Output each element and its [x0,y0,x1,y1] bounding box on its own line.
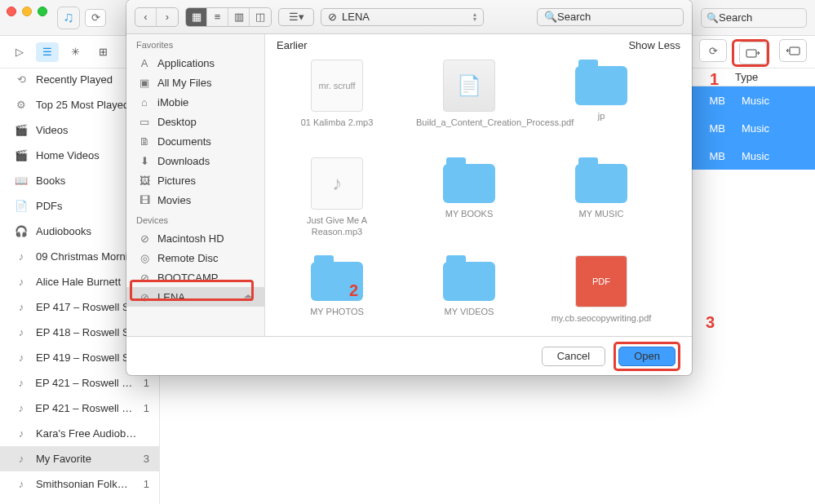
sidebar-item-label: Alice Hale Burnett [36,276,121,288]
sidebar-item-label: Downloads [157,155,210,167]
list-icon: 📖 [15,175,28,187]
file-name: Build_a_Content_Creation_Process.pdf [416,117,522,128]
export-button[interactable] [779,39,807,62]
minimize-window-button[interactable] [22,7,32,16]
list-view-button[interactable]: ☰ [36,42,59,62]
search-placeholder: Search [719,11,752,24]
view-segment: ▷ ☰ ✳ ⊞ [8,42,114,62]
updown-chevron-icon: ▴▾ [473,12,476,22]
sidebar-item-label: All My Files [157,77,211,89]
grid-view-button[interactable]: ⊞ [91,42,114,62]
sidebar-item-label: Smithsonian Folkw… [36,478,135,490]
sidebar-item-count: 1 [144,377,149,389]
drive-icon: ⊘ [138,232,151,245]
applications-icon: A [138,57,151,69]
file-item[interactable]: MY BOOKS [412,157,526,255]
file-name: Just Give Me A Reason.mp3 [284,214,390,237]
drive-icon: ⊘ [138,272,151,284]
file-item[interactable]: PDFmy.cb.seocopywriting.pdf [544,255,658,336]
view-mode-segment: ▦ ≡ ▥ ◫ [185,7,272,27]
sidebar-item-label: Movies [157,194,191,206]
folder-icon [443,164,495,203]
cancel-button[interactable]: Cancel [542,347,605,366]
location-popup[interactable]: ⊘ LENA ▴▾ [321,8,484,26]
file-item[interactable]: MY MUSIC [544,157,658,255]
file-item[interactable]: MY PHOTOS [280,255,394,336]
file-name: my.cb.seocopywriting.pdf [551,312,652,324]
nav-back-forward: ‹ › [135,7,179,27]
sidebar-item[interactable]: ▭Desktop [126,112,264,131]
show-less-link[interactable]: Show Less [628,39,680,51]
open-button[interactable]: Open [618,347,675,366]
documents-icon: 🗎 [138,135,151,148]
sidebar-item[interactable]: ⌂iMobie [126,92,264,112]
sidebar-item-count: 1 [144,402,149,414]
type-column-header[interactable]: Type [735,71,815,83]
group-header: Earlier Show Less [265,34,692,56]
sidebar-item[interactable]: ♪Kara's Free Audiob… [0,421,159,446]
coverflow-view-button[interactable]: ◫ [250,8,271,26]
pdf-icon: 📄 [443,60,495,112]
svg-rect-1 [790,47,799,55]
sidebar-item-label: LENA [157,291,185,303]
eject-icon[interactable]: ⏏ [243,291,253,303]
sync-button[interactable]: ⟳ [699,39,727,62]
sidebar-item-label: Pictures [157,175,196,187]
nav-forward-button[interactable]: › [157,8,178,26]
list-icon: ⚙ [15,99,28,111]
dialog-body: FavoritesAApplications▣All My Files⌂iMob… [126,34,692,336]
sidebar-item-label: Books [36,175,65,187]
list-icon: ♪ [15,250,28,263]
file-item[interactable]: jp [544,60,658,157]
file-item[interactable]: 📄Build_a_Content_Creation_Process.pdf [412,60,526,157]
sidebar-item-label: Kara's Free Audiob… [36,427,136,440]
sidebar-item-macintosh hd[interactable]: ⊘Macintosh HD [126,228,264,248]
pdf-icon: PDF [575,255,627,307]
zoom-window-button[interactable] [38,7,47,16]
sidebar-item[interactable]: ⬇Downloads [126,151,264,170]
arrange-button[interactable]: ☰▾ [278,8,314,26]
svg-rect-0 [746,50,756,57]
sidebar-item[interactable]: 🎞Movies [126,190,264,210]
sidebar-item-label: BOOTCAMP [157,272,218,284]
star-view-button[interactable]: ✳ [64,42,86,62]
sidebar-item[interactable]: ♪Smithsonian Folkw…1 [0,471,159,497]
drive-icon: ⊘ [138,291,151,303]
file-item[interactable]: MY VIDEOS [412,255,526,336]
open-file-dialog: ‹ › ▦ ≡ ▥ ◫ ☰▾ ⊘ LENA ▴▾ 🔍 Search Favori… [126,0,692,375]
sidebar-item[interactable]: AApplications [126,53,264,73]
sidebar-item[interactable]: 🗎Documents [126,131,264,151]
sidebar-item[interactable]: 🖼Pictures [126,170,264,190]
sidebar-item[interactable]: ♪My Favorite3 [0,446,159,471]
sidebar-item-label: 09 Christmas Morning [36,250,140,263]
sidebar-item-lena[interactable]: ⊘LENA⏏ [126,287,264,307]
sidebar-item-label: Documents [157,135,211,148]
list-view-button[interactable]: ≡ [207,8,228,26]
file-name: MY BOOKS [445,208,493,219]
location-label: LENA [342,11,370,23]
column-view-button[interactable]: ▥ [228,8,250,26]
music-library-icon[interactable]: ♫ [57,7,80,29]
list-icon: ♪ [15,377,27,389]
file-item[interactable]: mr. scruff01 Kalimba 2.mp3 [280,60,394,157]
refresh-library-button[interactable]: ⟳ [85,9,106,27]
list-icon: ♪ [15,453,28,465]
nav-back-button[interactable]: ‹ [135,8,157,26]
close-window-button[interactable] [7,7,16,16]
file-item[interactable]: ♪Just Give Me A Reason.mp3 [280,157,394,255]
all my files-icon: ▣ [138,77,151,89]
sidebar-item[interactable]: ▣All My Files [126,73,264,92]
sidebar-item-bootcamp[interactable]: ⊘BOOTCAMP [126,267,264,287]
icon-view-button[interactable]: ▦ [186,8,207,26]
itunes-search-input[interactable]: 🔍 Search [701,8,807,28]
sidebar-item-label: EP 418 – Roswell S… [36,326,140,338]
import-button[interactable] [739,42,767,64]
play-button[interactable]: ▷ [8,42,31,62]
annotation-number-1: 1 [710,70,719,89]
sidebar-item[interactable]: ♪EP 421 – Roswell S…1 [0,396,159,421]
favorites-header: Favorites [126,34,264,53]
sidebar-item-label: Recently Played [36,73,113,86]
dialog-search-input[interactable]: 🔍 Search [537,8,684,26]
desktop-icon: ▭ [138,116,151,128]
sidebar-item-remote disc[interactable]: ◎Remote Disc [126,248,264,267]
